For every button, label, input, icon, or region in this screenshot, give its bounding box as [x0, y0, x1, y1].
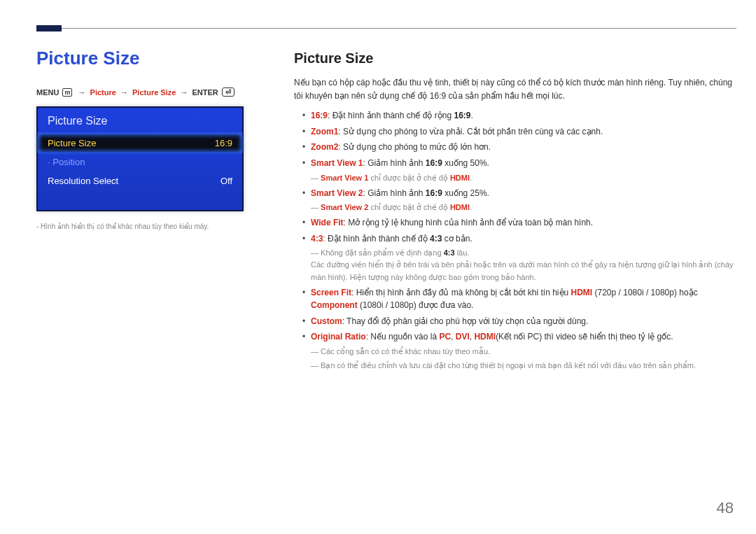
osd-panel: Picture Size Picture Size 16:9 · Positio… [36, 106, 244, 211]
opt-zoom2: Zoom2: Sử dụng cho phóng to mức độ lớn h… [302, 141, 736, 154]
opt-custom: Custom: Thay đổi độ phân giải cho phù hợ… [302, 315, 736, 328]
opt-wide-fit: Wide Fit: Mở rộng tỷ lệ khung hình của h… [302, 216, 736, 230]
breadcrumb-menu: MENU [36, 88, 59, 97]
note-4-3: Không đặt sản phẩm về định dạng 4:3 lâu.… [311, 247, 736, 283]
breadcrumb-picture-size: Picture Size [132, 88, 176, 97]
intro-paragraph: Nếu bạn có hộp cáp hoặc đầu thu vệ tinh,… [294, 76, 736, 102]
opt-16-9: 16:9: Đặt hình ảnh thành chế độ rộng 16:… [302, 109, 736, 122]
header-accent [36, 25, 62, 31]
note-sv2: Smart View 2 chỉ được bật ở chế độ HDMI. [311, 202, 736, 213]
breadcrumb: MENU m → Picture → Picture Size → ENTER … [36, 87, 274, 97]
osd-title: Picture Size [38, 108, 242, 134]
osd-row-value: Off [220, 176, 232, 186]
note-sv1: Smart View 1 chỉ được bật ở chế độ HDMI. [311, 172, 736, 184]
osd-row-label: Picture Size [48, 138, 96, 148]
right-column: Picture Size Nếu bạn có hộp cáp hoặc đầu… [294, 48, 736, 374]
osd-row-position[interactable]: · Position [38, 153, 242, 171]
page-title-left: Picture Size [36, 48, 274, 69]
osd-row-resolution-select[interactable]: Resolution Select Off [38, 171, 242, 190]
osd-row-label: · Position [48, 157, 85, 167]
page-body: Picture Size MENU m → Picture → Picture … [36, 48, 736, 374]
osd-row-picture-size[interactable]: Picture Size 16:9 [38, 134, 242, 153]
menu-icon: m [62, 88, 72, 97]
enter-icon: ⏎ [222, 87, 234, 97]
opt-smart-view-1: Smart View 1: Giảm hình ảnh 16:9 xuống 5… [302, 157, 736, 184]
arrow-icon: → [78, 88, 86, 97]
page-title-right: Picture Size [294, 48, 736, 69]
osd-row-value: 16:9 [215, 138, 232, 148]
left-footnote: Hình ảnh hiển thị có thể khác nhau tùy t… [36, 223, 274, 230]
note-per-device: Bạn có thể điều chỉnh và lưu cài đặt cho… [311, 360, 736, 372]
breadcrumb-enter: ENTER [192, 88, 218, 97]
opt-screen-fit: Screen Fit: Hiển thị hình ảnh đầy đủ mà … [302, 286, 736, 312]
arrow-icon: → [180, 88, 188, 97]
osd-row-label: Resolution Select [48, 176, 118, 186]
opt-zoom1: Zoom1: Sử dụng cho phóng to vừa phải. Cắ… [302, 125, 736, 139]
breadcrumb-picture: Picture [90, 88, 116, 97]
opt-smart-view-2: Smart View 2: Giảm hình ảnh 16:9 xuống 2… [302, 187, 736, 214]
left-column: Picture Size MENU m → Picture → Picture … [36, 48, 274, 374]
option-list: 16:9: Đặt hình ảnh thành chế độ rộng 16:… [294, 109, 736, 372]
note-ports: Các cổng sẵn có có thể khác nhau tùy the… [311, 346, 736, 358]
page-number: 48 [717, 499, 734, 517]
arrow-icon: → [120, 88, 128, 97]
opt-original-ratio: Original Ratio: Nếu nguồn vào là PC, DVI… [302, 330, 736, 372]
opt-4-3: 4:3: Đặt hình ảnh thành chế độ 4:3 cơ bả… [302, 232, 736, 283]
header-rule [36, 28, 736, 29]
